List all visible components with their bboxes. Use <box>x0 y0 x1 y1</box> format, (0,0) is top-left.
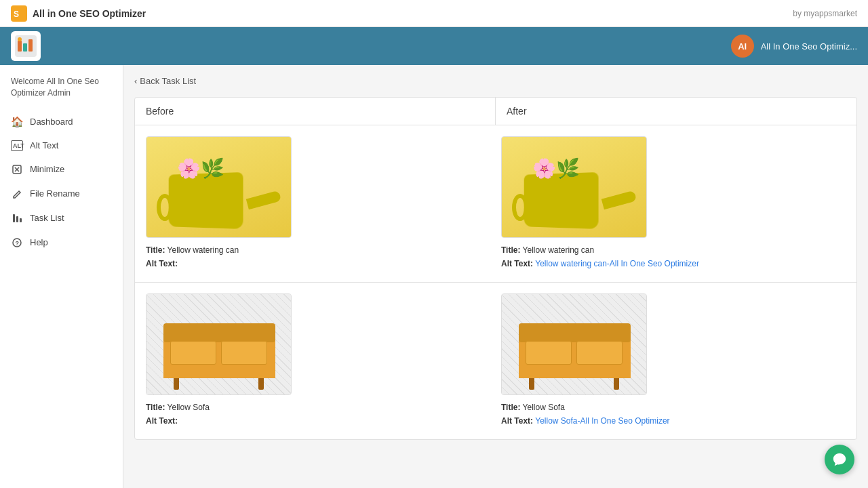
after-alt-value-sofa: Yellow Sofa-All In One Seo Optimizer <box>535 416 669 426</box>
sidebar-label-dashboard: Dashboard <box>30 117 73 127</box>
header-bar: AI All In One Seo Optimiz... <box>0 27 868 65</box>
sidebar-label-file-rename: File Rename <box>30 188 80 199</box>
help-icon: ? <box>11 237 23 249</box>
svg-rect-10 <box>13 214 15 222</box>
before-meta-watering-can: Title: Yellow watering can Alt Text: <box>146 243 485 271</box>
svg-point-6 <box>18 37 22 41</box>
svg-rect-4 <box>23 43 27 52</box>
dashboard-icon: 🏠 <box>11 116 23 128</box>
file-rename-icon <box>11 188 23 200</box>
before-meta-sofa: Title: Yellow Sofa Alt Text: <box>146 401 485 428</box>
sidebar-label-help: Help <box>30 237 48 247</box>
after-image-watering-can: 🌸🌿 <box>501 136 647 238</box>
after-title-label-sofa: Title: <box>501 403 520 412</box>
sidebar-item-dashboard[interactable]: 🏠 Dashboard <box>0 110 123 134</box>
after-title-label-wc: Title: <box>501 245 520 255</box>
sidebar-item-minimize[interactable]: Minimize <box>0 157 123 182</box>
after-title-value-sofa: Yellow Sofa <box>523 403 565 412</box>
task-list-icon <box>11 212 23 224</box>
app-by: by myappsmarket <box>793 9 857 18</box>
after-alt-value-wc: Yellow watering can-All In One Seo Optim… <box>535 259 699 268</box>
before-alt-label-wc: Alt Text: <box>146 259 178 268</box>
before-title-label-sofa: Title: <box>146 403 165 412</box>
main-layout: Welcome All In One Seo Optimizer Admin 🏠… <box>0 65 868 488</box>
app-title: All in One SEO Optimizer <box>33 8 793 19</box>
top-bar: S All in One SEO Optimizer by myappsmark… <box>0 0 868 27</box>
after-meta-sofa: Title: Yellow Sofa Alt Text: Yellow Sofa… <box>501 401 846 428</box>
sidebar-item-alt-text[interactable]: ALT Alt Text <box>0 134 123 157</box>
comparison-row: 🌸🌿 Title: Yellow watering can Alt Text: <box>135 125 856 283</box>
before-title-label-wc: Title: <box>146 245 165 255</box>
sidebar-label-task-list: Task List <box>30 213 64 223</box>
after-alt-label-sofa: Alt Text: <box>501 416 533 426</box>
user-name: All In One Seo Optimiz... <box>761 41 857 52</box>
sidebar-label-minimize: Minimize <box>30 164 64 174</box>
comparison-table: Before After 🌸🌿 Titl <box>134 97 857 440</box>
after-title-value-wc: Yellow watering can <box>523 245 595 255</box>
after-cell-watering-can: 🌸🌿 Title: Yellow watering can Alt Text: … <box>501 136 846 271</box>
chevron-left-icon: ‹ <box>134 76 137 86</box>
before-alt-label-sofa: Alt Text: <box>146 416 178 426</box>
sidebar-item-file-rename[interactable]: File Rename <box>0 182 123 206</box>
after-cell-sofa: Title: Yellow Sofa Alt Text: Yellow Sofa… <box>501 293 846 428</box>
svg-text:S: S <box>14 9 19 19</box>
svg-text:?: ? <box>16 240 20 247</box>
before-title-value-wc: Yellow watering can <box>167 245 239 255</box>
alt-text-icon: ALT <box>11 140 23 151</box>
svg-rect-3 <box>18 41 22 52</box>
svg-rect-5 <box>28 39 33 52</box>
before-cell-watering-can: 🌸🌿 Title: Yellow watering can Alt Text: <box>146 136 490 271</box>
before-image-sofa <box>146 293 292 395</box>
sidebar-label-alt-text: Alt Text <box>30 140 58 150</box>
minimize-icon <box>11 163 23 176</box>
sidebar-item-task-list[interactable]: Task List <box>0 206 123 230</box>
before-title-value-sofa: Yellow Sofa <box>167 403 210 412</box>
chat-button[interactable] <box>825 445 854 474</box>
back-label: Back Task List <box>140 76 196 86</box>
svg-rect-12 <box>20 218 22 222</box>
header-logo <box>11 31 41 61</box>
back-task-list-button[interactable]: ‹ Back Task List <box>134 76 857 86</box>
before-column-header: Before <box>135 98 496 125</box>
after-meta-watering-can: Title: Yellow watering can Alt Text: Yel… <box>501 243 846 271</box>
comparison-row: Title: Yellow Sofa Alt Text: <box>135 283 856 439</box>
after-alt-label-wc: Alt Text: <box>501 259 533 268</box>
before-image-watering-can: 🌸🌿 <box>146 136 292 238</box>
after-column-header: After <box>496 98 856 125</box>
content-area: ‹ Back Task List Before After 🌸🌿 <box>123 65 868 488</box>
app-logo-small: S <box>11 5 27 22</box>
sidebar-item-help[interactable]: ? Help <box>0 230 123 255</box>
user-avatar: AI <box>731 35 754 58</box>
sidebar: Welcome All In One Seo Optimizer Admin 🏠… <box>0 65 123 488</box>
svg-rect-11 <box>16 216 18 222</box>
header-user: AI All In One Seo Optimiz... <box>731 35 857 58</box>
before-cell-sofa: Title: Yellow Sofa Alt Text: <box>146 293 490 428</box>
comparison-header: Before After <box>135 98 856 125</box>
after-image-sofa <box>501 293 647 395</box>
sidebar-welcome: Welcome All In One Seo Optimizer Admin <box>0 76 123 110</box>
